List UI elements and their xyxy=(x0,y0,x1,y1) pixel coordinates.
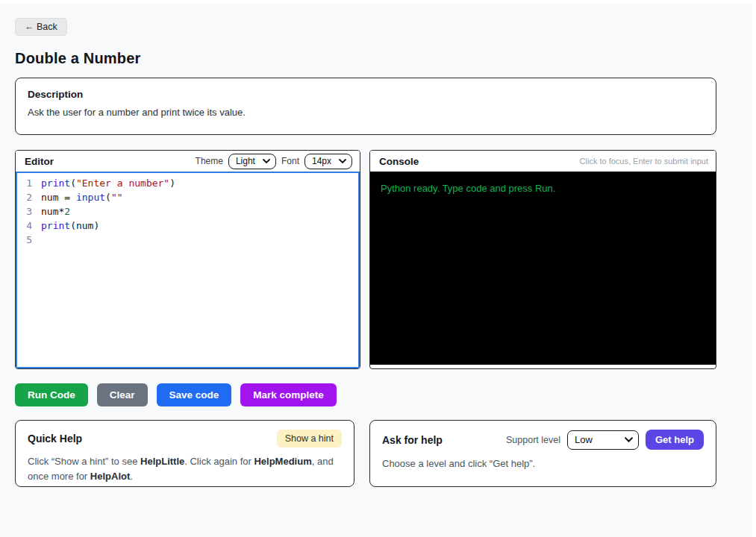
chevron-down-icon xyxy=(625,437,633,442)
line-number: 4 xyxy=(17,219,41,233)
ask-help-header: Ask for help Support level Low Get help xyxy=(382,430,704,450)
ask-help-panel: Ask for help Support level Low Get help … xyxy=(369,420,716,487)
help-row: Quick Help Show a hint Click “Show a hin… xyxy=(15,420,716,487)
code-text: print(num) xyxy=(41,219,99,233)
editor-header: Editor Theme Light Font 14px xyxy=(16,151,360,172)
font-select[interactable]: 14px xyxy=(304,154,352,169)
quick-help-header: Quick Help Show a hint xyxy=(28,430,342,448)
code-line: 3num*2 xyxy=(17,204,358,219)
actions-row: Run CodeClearSave codeMark complete xyxy=(15,383,716,406)
code-editor[interactable]: 1print("Enter a number")2num = input(""3… xyxy=(16,172,360,368)
line-number: 5 xyxy=(17,233,41,247)
clear-button[interactable]: Clear xyxy=(97,383,148,406)
app-background: ← Back Double a Number Description Ask t… xyxy=(0,4,752,537)
font-label: Font xyxy=(281,156,299,166)
code-line: 1print("Enter a number") xyxy=(17,176,358,190)
console-header: Console Click to focus, Enter to submit … xyxy=(370,151,716,172)
ask-help-body: Choose a level and click “Get help”. xyxy=(382,456,704,471)
line-number: 1 xyxy=(17,176,41,190)
line-number: 2 xyxy=(17,190,41,204)
console-title: Console xyxy=(379,156,419,167)
chevron-down-icon xyxy=(263,159,270,163)
mark-complete-button[interactable]: Mark complete xyxy=(240,383,337,406)
editor-controls: Theme Light Font 14px xyxy=(196,154,352,169)
description-title: Description xyxy=(28,89,704,100)
show-hint-button[interactable]: Show a hint xyxy=(277,430,342,448)
code-line: 2num = input("" xyxy=(17,190,358,204)
quick-help-body: Click “Show a hint” to see HelpLittle. C… xyxy=(28,454,342,484)
support-level-value: Low xyxy=(575,434,593,445)
chevron-down-icon xyxy=(339,159,346,163)
ask-help-title: Ask for help xyxy=(382,434,443,446)
code-text: print("Enter a number") xyxy=(41,176,175,190)
console-hint: Click to focus, Enter to submit input xyxy=(580,157,708,166)
theme-select[interactable]: Light xyxy=(228,154,276,169)
ask-help-controls: Support level Low Get help xyxy=(506,430,704,450)
console-panel: Console Click to focus, Enter to submit … xyxy=(369,150,716,369)
back-button[interactable]: ← Back xyxy=(15,18,67,36)
description-panel: Description Ask the user for a number an… xyxy=(15,78,716,135)
line-number: 3 xyxy=(17,204,41,219)
code-line: 5 xyxy=(17,233,358,247)
editor-panel: Editor Theme Light Font 14px xyxy=(15,150,360,369)
workspace-row: Editor Theme Light Font 14px xyxy=(15,150,716,369)
code-line: 4print(num) xyxy=(17,219,358,233)
theme-select-value: Light xyxy=(236,156,255,166)
font-select-value: 14px xyxy=(312,156,331,166)
console-output: Python ready. Type code and press Run. xyxy=(381,183,705,194)
support-level-select[interactable]: Low xyxy=(567,430,639,450)
code-text: num*2 xyxy=(41,204,70,219)
theme-label: Theme xyxy=(196,156,223,166)
get-help-button[interactable]: Get help xyxy=(646,430,704,450)
run-code-button[interactable]: Run Code xyxy=(15,383,88,406)
page-title: Double a Number xyxy=(15,50,716,67)
quick-help-panel: Quick Help Show a hint Click “Show a hin… xyxy=(15,420,354,487)
page-content: ← Back Double a Number Description Ask t… xyxy=(0,4,716,487)
description-body: Ask the user for a number and print twic… xyxy=(28,107,704,118)
code-text: num = input("" xyxy=(41,190,123,204)
support-level-label: Support level xyxy=(506,435,560,445)
console-screen[interactable]: Python ready. Type code and press Run. xyxy=(370,172,716,365)
save-code-button[interactable]: Save code xyxy=(157,383,232,406)
editor-title: Editor xyxy=(25,156,54,167)
quick-help-title: Quick Help xyxy=(28,433,82,445)
